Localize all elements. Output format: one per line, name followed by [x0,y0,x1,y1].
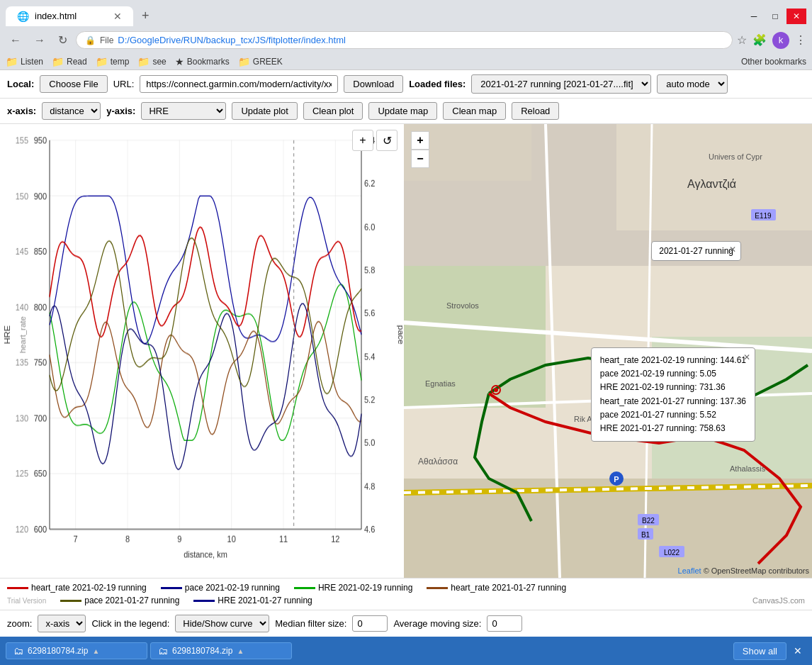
other-bookmarks[interactable]: Other bookmarks [741,57,806,67]
popup2-line-2: pace 2021-02-19 running: 5.05 [600,367,746,381]
browser-tab[interactable]: 🌐 index.html ✕ [6,6,133,26]
x-axis-select[interactable]: distance [42,102,101,120]
chart-canvas[interactable] [0,124,404,578]
url-input[interactable] [140,75,338,93]
profile-icon[interactable]: k [772,32,789,49]
legend-row-1: heart_rate 2021-02-19 running pace 2021-… [7,583,805,593]
popup2-line-5: pace 2021-01-27 running: 5.52 [600,408,746,422]
map-zoom-in-button[interactable]: + [411,131,429,150]
legend-color-3 [427,587,448,589]
top-toolbar: Local: Choose File URL: Download Loaded … [0,70,812,99]
median-filter-input[interactable] [352,615,388,632]
svg-text:Αθαλάσσα: Αθαλάσσα [418,457,458,466]
map-attribution: Leaflet © OpenStreetMap contributors [678,566,809,575]
bookmark-greek-label: GREEK [253,57,283,67]
menu-icon[interactable]: ⋮ [795,33,806,47]
clean-map-button[interactable]: Clean map [443,102,506,120]
tab-favicon: 🌐 [17,11,29,22]
main-content: + ↺ [0,124,812,578]
legend-item-1: pace 2021-02-19 running [161,583,280,593]
mode-select[interactable]: auto mode [657,74,728,94]
legend-area: heart_rate 2021-02-19 running pace 2021-… [0,578,812,610]
minimize-button[interactable]: ─ [744,9,764,24]
extensions-icon[interactable]: 🧩 [752,33,767,47]
bookmark-bookmarks[interactable]: ★ Bookmarks [175,56,230,67]
update-plot-button[interactable]: Update plot [232,102,298,120]
taskbar-file-icon-1: 🗂 [158,645,168,656]
bookmark-star-icon: ★ [175,56,184,67]
legend-label-3[interactable]: heart_rate 2021-01-27 running [451,583,566,593]
click-legend-label: Click in the legend: [91,618,169,629]
zoom-label: zoom: [7,618,32,629]
legend-label-4[interactable]: pace 2021-01-27 running [84,596,179,605]
app-container: Local: Choose File URL: Download Loaded … [0,70,812,637]
legend-label-5[interactable]: HRE 2021-01-27 running [218,596,312,605]
legend-label-2[interactable]: HRE 2021-02-19 running [318,583,412,593]
reload-button[interactable]: Reload [512,102,559,120]
download-button[interactable]: Download [344,75,403,93]
svg-text:L022: L022 [664,549,680,557]
url-text: D:/GoogleDrive/RUN/backup_tcx/JS/fitplot… [118,35,723,45]
zoom-in-button[interactable]: + [352,130,373,151]
bookmark-read-label: Read [67,57,87,67]
legend-color-5 [193,600,215,602]
zoom-select[interactable]: x-axis [38,615,86,632]
map-popup-1-close[interactable]: ✕ [729,245,736,255]
bottom-toolbar: zoom: x-axis Click in the legend: Hide/S… [0,610,812,637]
bookmark-read[interactable]: 📁 Read [52,56,87,67]
back-button[interactable]: ← [6,31,26,50]
taskbar: 🗂 6298180784.zip ▲ 🗂 6298180784.zip ▲ Sh… [0,637,812,665]
tab-title: index.html [35,11,77,21]
legend-item-5: HRE 2021-01-27 running [193,596,312,605]
show-all-button[interactable]: Show all [733,642,786,660]
svg-rect-5 [616,124,812,230]
legend-item-2: HRE 2021-02-19 running [294,583,412,593]
taskbar-item-1[interactable]: 🗂 6298180784.zip ▲ [150,642,292,659]
bookmark-folder-icon: 📁 [52,56,64,67]
chart-area: + ↺ [0,124,404,578]
svg-text:Strovolos: Strovolos [446,301,479,310]
choose-file-button[interactable]: Choose File [40,75,107,93]
avg-moving-input[interactable] [487,615,522,632]
svg-text:Univers of Cypr: Univers of Cypr [709,152,762,161]
svg-text:E119: E119 [755,212,772,220]
map-zoom-controls: + − [411,131,429,168]
trial-version-text: Trial Version [7,597,46,605]
new-tab-button[interactable]: + [136,6,155,26]
address-bar[interactable]: 🔒 File D:/GoogleDrive/RUN/backup_tcx/JS/… [76,31,733,49]
clean-plot-button[interactable]: Clean plot [303,102,363,120]
taskbar-item-label-1: 6298180784.zip [172,646,232,656]
map-popup-1: ✕ 2021-01-27 running [651,241,741,261]
other-bookmarks-label: Other bookmarks [741,57,806,67]
taskbar-item-0[interactable]: 🗂 6298180784.zip ▲ [6,642,147,659]
legend-label-1[interactable]: pace 2021-02-19 running [185,583,280,593]
y-axis-select[interactable]: HRE [141,102,226,120]
leaflet-link[interactable]: Leaflet [678,566,701,575]
avg-moving-label: Average moving size: [393,618,481,629]
update-map-button[interactable]: Update map [368,102,437,120]
bookmark-greek[interactable]: 📁 GREEK [238,56,283,67]
refresh-button[interactable]: ↻ [54,30,72,50]
map-area[interactable]: E1 E119 B22 B1 L022 Αγλαντζιά Strovolos … [404,124,812,578]
reset-zoom-button[interactable]: ↺ [376,130,397,151]
popup2-line-3: HRE 2021-02-19 running: 731.36 [600,381,746,394]
tab-close-button[interactable]: ✕ [113,11,122,22]
map-popup-2-close[interactable]: ✕ [743,351,750,364]
loaded-files-select[interactable]: 2021-01-27 running [2021-01-27....fit] [471,74,651,94]
hide-show-select[interactable]: Hide/Show curve [175,615,269,632]
bookmark-temp[interactable]: 📁 temp [96,56,130,67]
bookmark-see[interactable]: 📁 see [137,56,166,67]
legend-label-0[interactable]: heart_rate 2021-02-19 running [31,583,147,593]
taskbar-close-button[interactable]: ✕ [789,644,806,658]
bookmark-star-icon[interactable]: ☆ [737,33,747,47]
url-label: URL: [113,79,135,89]
bookmark-listen[interactable]: 📁 Listen [6,56,43,67]
bookmark-listen-label: Listen [21,57,43,67]
forward-button[interactable]: → [30,31,50,50]
map-zoom-out-button[interactable]: − [411,150,429,168]
local-label: Local: [7,79,34,89]
svg-text:B22: B22 [642,517,655,525]
chart-controls: + ↺ [352,130,397,151]
maximize-button[interactable]: □ [765,9,785,24]
close-button[interactable]: ✕ [786,9,806,24]
